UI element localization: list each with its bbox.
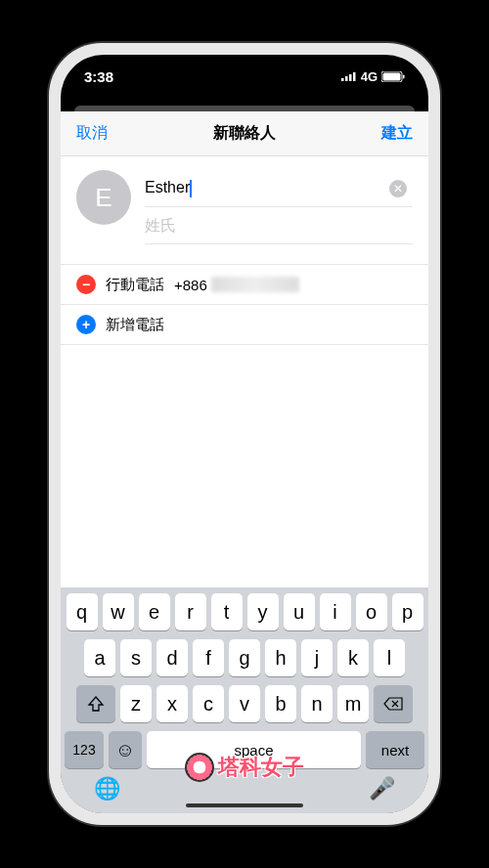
battery-icon: [381, 71, 405, 82]
add-phone-label: 新增電話: [106, 316, 164, 334]
first-name-row: Esther ✕: [145, 170, 413, 207]
new-contact-modal: 取消 新聯絡人 建立 E Esther ✕: [61, 111, 428, 813]
mobile-phone-row[interactable]: − 行動電話 +886: [61, 265, 428, 305]
globe-icon[interactable]: 🌐: [94, 776, 120, 802]
key-j[interactable]: j: [301, 639, 333, 676]
phone-frame: 3:38 4G 取消 新聯絡人 建立 E: [49, 43, 440, 825]
last-name-row: [145, 207, 413, 244]
numbers-key[interactable]: 123: [65, 731, 104, 768]
phone-section: − 行動電話 +886 + 新增電話: [61, 264, 428, 345]
svg-rect-0: [341, 78, 344, 81]
key-z[interactable]: z: [120, 685, 152, 722]
first-name-input[interactable]: Esther: [145, 179, 192, 197]
key-l[interactable]: l: [374, 639, 405, 676]
remove-icon[interactable]: −: [76, 275, 96, 294]
svg-rect-1: [345, 76, 348, 81]
name-section: E Esther ✕: [61, 156, 428, 244]
delete-key[interactable]: [374, 685, 413, 722]
network-label: 4G: [361, 69, 378, 84]
key-f[interactable]: f: [193, 639, 224, 676]
done-button[interactable]: 建立: [381, 123, 413, 144]
last-name-input[interactable]: [145, 217, 413, 235]
svg-rect-5: [383, 72, 401, 80]
home-indicator[interactable]: [186, 803, 303, 807]
status-right: 4G: [341, 69, 405, 84]
key-e[interactable]: e: [139, 593, 170, 630]
phone-type-label[interactable]: 行動電話: [106, 276, 164, 294]
key-g[interactable]: g: [229, 639, 260, 676]
add-icon[interactable]: +: [76, 315, 96, 334]
shift-key[interactable]: [76, 685, 115, 722]
key-w[interactable]: w: [103, 593, 134, 630]
key-b[interactable]: b: [265, 685, 296, 722]
key-a[interactable]: a: [84, 639, 115, 676]
next-key[interactable]: next: [366, 731, 424, 768]
contact-form: E Esther ✕: [61, 156, 428, 587]
clear-icon[interactable]: ✕: [389, 180, 407, 197]
redacted-number: [211, 277, 299, 292]
modal-title: 新聯絡人: [213, 123, 276, 144]
key-r[interactable]: r: [175, 593, 206, 630]
key-m[interactable]: m: [337, 685, 369, 722]
key-c[interactable]: c: [193, 685, 224, 722]
keyboard-row-3: zxcvbnm: [65, 685, 424, 722]
name-fields: Esther ✕: [145, 170, 413, 244]
signal-icon: [341, 71, 357, 81]
phone-screen: 3:38 4G 取消 新聯絡人 建立 E: [61, 55, 428, 813]
key-s[interactable]: s: [120, 639, 152, 676]
key-x[interactable]: x: [156, 685, 188, 722]
watermark: 塔科女子: [185, 753, 304, 782]
svg-rect-6: [403, 74, 405, 78]
keyboard-row-2: asdfghjkl: [65, 639, 424, 676]
key-o[interactable]: o: [356, 593, 387, 630]
mic-icon[interactable]: 🎤: [369, 776, 395, 802]
key-h[interactable]: h: [265, 639, 296, 676]
key-u[interactable]: u: [284, 593, 315, 630]
key-q[interactable]: q: [67, 593, 98, 630]
add-phone-row[interactable]: + 新增電話: [61, 305, 428, 344]
svg-rect-3: [353, 72, 356, 81]
svg-rect-2: [349, 74, 352, 81]
watermark-icon: [185, 753, 214, 782]
cancel-button[interactable]: 取消: [76, 123, 108, 144]
keyboard-row-1: qwertyuiop: [65, 593, 424, 630]
modal-header: 取消 新聯絡人 建立: [61, 111, 428, 156]
phone-value[interactable]: +886: [174, 277, 299, 293]
status-time: 3:38: [84, 68, 113, 85]
emoji-key[interactable]: ☺: [109, 731, 142, 768]
key-k[interactable]: k: [337, 639, 369, 676]
key-y[interactable]: y: [247, 593, 279, 630]
key-v[interactable]: v: [229, 685, 260, 722]
watermark-text: 塔科女子: [218, 753, 304, 782]
modal-backdrop: 取消 新聯絡人 建立 E Esther ✕: [61, 98, 428, 813]
key-i[interactable]: i: [320, 593, 351, 630]
avatar[interactable]: E: [76, 170, 131, 225]
key-t[interactable]: t: [211, 593, 243, 630]
key-n[interactable]: n: [301, 685, 333, 722]
key-p[interactable]: p: [392, 593, 423, 630]
key-d[interactable]: d: [156, 639, 188, 676]
notch: [166, 55, 323, 82]
text-cursor: [190, 180, 192, 197]
